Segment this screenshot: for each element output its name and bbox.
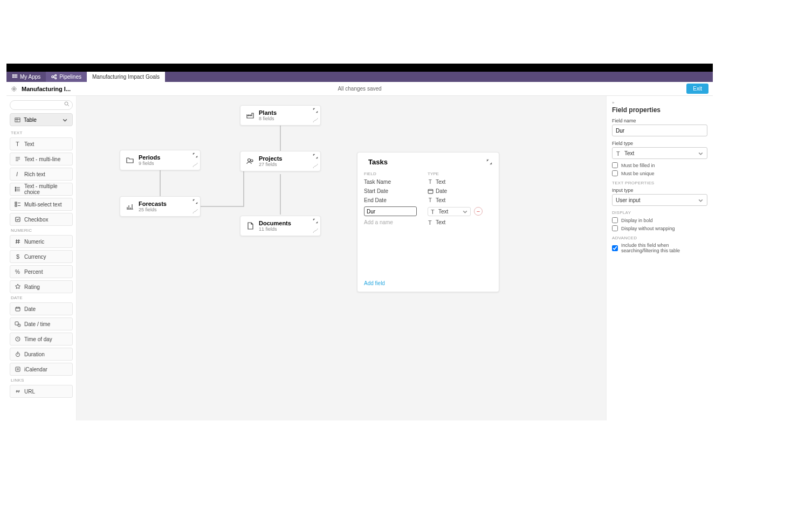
section-advanced: ADVANCED: [612, 236, 707, 240]
display-bold-checkbox[interactable]: [612, 217, 618, 223]
must-filled-checkbox[interactable]: [612, 162, 618, 168]
display-nowrap-checkbox[interactable]: [612, 225, 618, 231]
node-title: Documents: [259, 220, 291, 226]
multiselect-icon: [15, 201, 21, 208]
connector-icon[interactable]: [313, 118, 318, 123]
calclock-icon: [15, 321, 21, 327]
connector-icon[interactable]: [192, 162, 198, 168]
field-type-checkbox[interactable]: Checkbox: [10, 213, 73, 226]
display-bold-label: Display in bold: [621, 218, 653, 223]
tasks-card[interactable]: Tasks FIELD TYPE Task NameTTextStart Dat…: [357, 152, 499, 292]
nav-active-tab[interactable]: Manufacturing Impact Goals: [87, 72, 165, 82]
field-type-date-time[interactable]: Date / time: [10, 317, 73, 330]
nav-my-apps-label: My Apps: [20, 74, 40, 80]
must-filled-label: Must be filled in: [621, 163, 655, 168]
node-title: Forecasts: [139, 201, 167, 207]
text-type-icon: T: [616, 150, 622, 156]
include-search-checkbox[interactable]: [612, 245, 618, 251]
connector-icon[interactable]: [192, 209, 198, 214]
collapse-icon[interactable]: [486, 159, 492, 165]
star-icon: [15, 284, 21, 290]
must-unique-label: Must be unique: [621, 171, 655, 176]
field-row[interactable]: Start DateDate: [364, 186, 492, 196]
group-label: NUMERIC: [11, 228, 72, 233]
svg-rect-19: [16, 217, 20, 222]
field-type-label: Currency: [24, 254, 46, 260]
field-type-select[interactable]: T Text: [612, 147, 707, 159]
field-type-text-multi-line[interactable]: Text - multi-line: [10, 153, 73, 165]
svg-text:T: T: [16, 141, 19, 147]
node-sub: 11 fields: [259, 226, 291, 232]
hash-icon: [15, 238, 21, 245]
connector-icon[interactable]: [313, 228, 318, 233]
text-type-icon: T: [428, 179, 434, 185]
field-type-percent[interactable]: %Percent: [10, 265, 73, 278]
field-type: Date: [428, 188, 447, 194]
expand-icon[interactable]: [192, 199, 198, 204]
new-field-name-input[interactable]: [364, 206, 417, 216]
new-field-type-select[interactable]: T Text: [428, 207, 471, 216]
delete-field-button[interactable]: −: [474, 207, 483, 216]
chevron-down-icon: [62, 117, 68, 123]
svg-point-16: [15, 190, 16, 191]
input-type-select[interactable]: User input: [612, 194, 707, 206]
expand-icon[interactable]: [192, 153, 198, 158]
chevron-down-icon: [462, 209, 468, 215]
svg-rect-2: [16, 74, 17, 76]
node-documents[interactable]: Documents11 fields: [240, 216, 321, 236]
field-type-multi-select-text[interactable]: Multi-select text: [10, 198, 73, 211]
svg-point-6: [52, 76, 54, 78]
field-type-label: Date: [436, 188, 447, 194]
expand-icon[interactable]: [313, 154, 318, 159]
connector-icon[interactable]: [313, 163, 318, 169]
field-type-text-multiple-choice[interactable]: Text - multiple choice: [10, 183, 73, 196]
field-type-url[interactable]: URL: [10, 385, 73, 398]
svg-point-29: [251, 160, 253, 162]
canvas[interactable]: Plants8 fields Periods9 fields Projects2…: [77, 96, 606, 420]
svg-rect-32: [428, 189, 433, 194]
toolbar: Manufacturing I... All changes saved Exi…: [6, 82, 713, 96]
svg-rect-18: [15, 205, 17, 206]
include-search-label: Include this field when searching/filter…: [621, 243, 707, 253]
gear-icon[interactable]: [11, 86, 17, 92]
clock-icon: [15, 336, 21, 342]
field-name-input[interactable]: [612, 125, 707, 136]
field-type-numeric[interactable]: Numeric: [10, 235, 73, 248]
add-name-placeholder[interactable]: Add a name: [364, 219, 428, 225]
field-type-label: Multi-select text: [24, 202, 61, 208]
element-type-dropdown[interactable]: Table: [10, 113, 73, 126]
exit-button[interactable]: Exit: [686, 84, 708, 94]
nav-bar: My Apps Pipelines Manufacturing Impact G…: [6, 72, 713, 82]
node-forecasts[interactable]: Forecasts25 fields: [120, 196, 201, 217]
grid-icon: [12, 74, 18, 80]
field-type-time-of-day[interactable]: Time of day: [10, 333, 73, 346]
add-field-link[interactable]: Add field: [364, 280, 492, 286]
must-unique-checkbox[interactable]: [612, 170, 618, 176]
field-type-label: Rich text: [24, 171, 45, 177]
field-type-duration[interactable]: Duration: [10, 348, 73, 361]
nav-my-apps[interactable]: My Apps: [6, 72, 46, 82]
node-periods[interactable]: Periods9 fields: [120, 150, 201, 170]
field-row[interactable]: Task NameTText: [364, 177, 492, 186]
field-type-text[interactable]: TText: [10, 137, 73, 150]
display-nowrap-label: Display without wrapping: [621, 226, 675, 231]
field-type: TText: [428, 197, 445, 203]
search-input[interactable]: [10, 100, 73, 110]
nav-pipelines[interactable]: Pipelines: [46, 72, 87, 82]
field-type-rich-text[interactable]: IRich text: [10, 168, 73, 181]
field-row[interactable]: End DateTText: [364, 196, 492, 205]
nav-active-tab-label: Manufacturing Impact Goals: [92, 74, 160, 80]
node-title: Projects: [259, 155, 282, 162]
field-type: TText: [428, 179, 445, 185]
svg-text:T: T: [428, 219, 432, 225]
expand-icon[interactable]: [313, 218, 318, 224]
expand-icon[interactable]: [313, 108, 318, 113]
node-projects[interactable]: Projects27 fields: [240, 151, 321, 171]
svg-point-9: [13, 88, 15, 90]
node-plants[interactable]: Plants8 fields: [240, 105, 321, 126]
field-type-currency[interactable]: $Currency: [10, 250, 73, 263]
field-type-icalendar[interactable]: iCalendar: [10, 363, 73, 376]
field-type-date[interactable]: Date: [10, 302, 73, 315]
field-name: Task Name: [364, 179, 428, 185]
field-type-rating[interactable]: Rating: [10, 280, 73, 293]
